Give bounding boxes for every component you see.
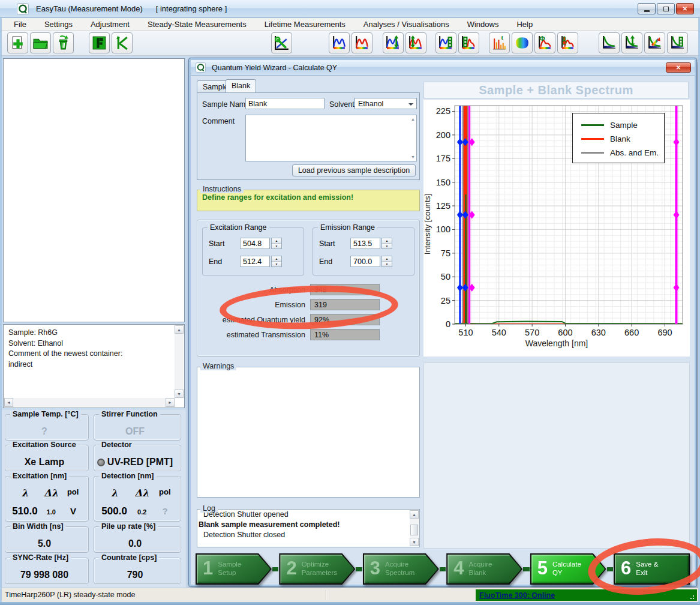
- scroll-right-icon[interactable]: ►: [166, 398, 175, 407]
- svg-text:75: 75: [441, 248, 450, 258]
- menu-adjustment[interactable]: Adjustment: [82, 19, 139, 30]
- scroll-left-icon[interactable]: ◄: [4, 398, 13, 407]
- menu-analyses[interactable]: Analyses / Visualisations: [354, 19, 458, 30]
- menu-file[interactable]: File: [5, 19, 35, 30]
- spin-down-icon: ▼: [272, 244, 281, 248]
- spin-down-icon: ▼: [382, 244, 392, 248]
- comment-scroll-up-icon[interactable]: ▲: [411, 117, 415, 121]
- load-previous-sample-button[interactable]: Load previous sample description: [292, 164, 416, 176]
- sample-info-box[interactable]: Sample: Rh6G Solvent: Ethanol Comment of…: [3, 324, 185, 408]
- sample-info-vscrollbar[interactable]: ▲ ▼: [175, 325, 184, 398]
- emission-spectrum-icon: [354, 35, 370, 51]
- step-connector: [440, 567, 446, 571]
- decay-kinetics-button[interactable]: [667, 32, 688, 53]
- decay-polarization-icon: [624, 35, 640, 51]
- menu-help[interactable]: Help: [507, 19, 542, 30]
- solvent-dropdown[interactable]: Ethanol: [354, 98, 417, 109]
- maximize-button[interactable]: [657, 3, 675, 14]
- preview-panel: [3, 58, 185, 322]
- estimated-transmission-value: 11%: [310, 329, 380, 340]
- quantum-yield-spectrum-button[interactable]: Φ: [534, 32, 555, 53]
- sample-name-label: Sample Name: [202, 100, 250, 109]
- tcspc-histogram-icon: t: [491, 35, 507, 51]
- excitation-end-spinner[interactable]: ▲▼: [271, 256, 282, 267]
- log-box[interactable]: Detection Shutter opened Blank sample me…: [197, 509, 420, 547]
- sample-changer-button[interactable]: [89, 32, 110, 53]
- excitation-end-input[interactable]: 512.4: [240, 256, 270, 267]
- scroll-up-icon[interactable]: ▲: [175, 325, 184, 334]
- emission-start-spinner[interactable]: ▲▼: [381, 238, 392, 249]
- step-3-acquire-spectrum[interactable]: 3AcquireSpectrum: [363, 553, 439, 585]
- spin-down-icon: ▼: [382, 262, 392, 266]
- sync-rate-value: 79 998 080: [5, 570, 83, 580]
- resize-grip[interactable]: [690, 594, 696, 600]
- menu-settings[interactable]: Settings: [35, 19, 82, 30]
- wizard-title-bar[interactable]: Quantum Yield Wizard - Calculate QY ✕: [191, 60, 695, 76]
- scroll-down-icon[interactable]: ▼: [410, 538, 419, 546]
- comment-scroll-down-icon[interactable]: ▼: [411, 155, 415, 159]
- menu-steady-state[interactable]: Steady-State Measurements: [139, 19, 256, 30]
- excitation-polarization-button[interactable]: [383, 32, 404, 53]
- adjustment-tools-button[interactable]: [271, 32, 292, 53]
- comment-textarea[interactable]: ▲ ▼: [245, 115, 417, 161]
- emission-spectrum-button[interactable]: [351, 32, 372, 53]
- tab-blank[interactable]: Blank: [226, 79, 256, 92]
- emission-polarization-button[interactable]: [405, 32, 426, 53]
- wizard-title: Quantum Yield Wizard - Calculate QY: [212, 64, 337, 72]
- svg-text:510: 510: [458, 328, 473, 337]
- excitation-spectrum-icon: [331, 35, 347, 51]
- step-6-save-exit[interactable]: 6Save &Exit: [614, 553, 690, 585]
- menu-lifetime[interactable]: Lifetime Measurements: [256, 19, 354, 30]
- step-1-sample-setup[interactable]: 1SampleSetup: [196, 553, 272, 585]
- wizard-logo-icon: [196, 62, 206, 73]
- detector-led-icon: [97, 459, 105, 466]
- minimize-button[interactable]: [638, 3, 656, 14]
- scroll-down-icon[interactable]: ▼: [175, 390, 184, 398]
- instructions-label: Instructions: [200, 185, 244, 193]
- fluotime-online-status: FluoTime 300: Online: [476, 589, 697, 601]
- sample-info-hscrollbar[interactable]: ◄ ►: [4, 398, 175, 407]
- emission-end-input[interactable]: 700.0: [350, 256, 380, 267]
- step-2-optimize-parameters[interactable]: 2OptimizeParameters: [279, 553, 355, 585]
- absorption-label: Absorption: [197, 286, 310, 294]
- decay-measurement-button[interactable]: [599, 32, 620, 53]
- decay-kinetics-icon: [669, 35, 686, 51]
- excitation-start-input[interactable]: 504.8: [240, 238, 270, 249]
- log-scrollbar[interactable]: ▲ ▼: [410, 510, 419, 546]
- open-file-button[interactable]: [30, 32, 51, 53]
- stirrer-value: OFF: [94, 426, 176, 437]
- emission-start-input[interactable]: 513.5: [350, 238, 380, 249]
- svg-text:175: 175: [436, 154, 450, 163]
- temperature-spectrum-button[interactable]: [557, 32, 578, 53]
- excitation-spectrum-button[interactable]: [329, 32, 350, 53]
- emission-kinetics-button[interactable]: [458, 32, 479, 53]
- chart-title: Sample + Blank Spectrum: [479, 83, 633, 97]
- title-bar[interactable]: EasyTau (Measurement Mode)[ integrating …: [0, 0, 700, 18]
- tcspc-histogram-button[interactable]: t: [489, 32, 510, 53]
- new-measurement-icon: [10, 35, 26, 51]
- tres-map-button[interactable]: [512, 32, 533, 53]
- menu-windows[interactable]: Windows: [458, 19, 508, 30]
- svg-text:600: 600: [558, 328, 572, 337]
- step-5-calculate-qy[interactable]: 5CalculateQY: [530, 553, 606, 585]
- sample-name-input[interactable]: Blank: [245, 98, 325, 109]
- spectrum-chart[interactable]: 5105405706006306606900255075100125150175…: [423, 100, 690, 357]
- x-axis-label: Wavelength [nm]: [423, 339, 690, 348]
- excitation-start-spinner[interactable]: ▲▼: [271, 238, 282, 249]
- emission-end-spinner[interactable]: ▲▼: [381, 256, 392, 267]
- decay-polarization-button[interactable]: [621, 32, 642, 53]
- manual-control-button[interactable]: [112, 32, 133, 53]
- scroll-thumb[interactable]: [410, 525, 418, 535]
- excitation-nm-group: Excitation [nm] λΔλpol 510.01.0V: [5, 476, 89, 522]
- step-4-acquire-blank[interactable]: 4AcquireBlank: [446, 553, 522, 585]
- window-frame-left: [0, 18, 2, 602]
- estimated-transmission-label: estimated Transmission: [197, 331, 310, 339]
- scroll-up-icon[interactable]: ▲: [410, 510, 419, 519]
- step-connector: [356, 567, 362, 571]
- close-button[interactable]: ✕: [676, 3, 694, 14]
- excitation-kinetics-button[interactable]: [435, 32, 456, 53]
- wizard-close-button[interactable]: ✕: [666, 62, 691, 73]
- decay-tres-button[interactable]: [644, 32, 665, 53]
- discard-measurement-button[interactable]: [53, 32, 74, 53]
- new-measurement-button[interactable]: [7, 32, 28, 53]
